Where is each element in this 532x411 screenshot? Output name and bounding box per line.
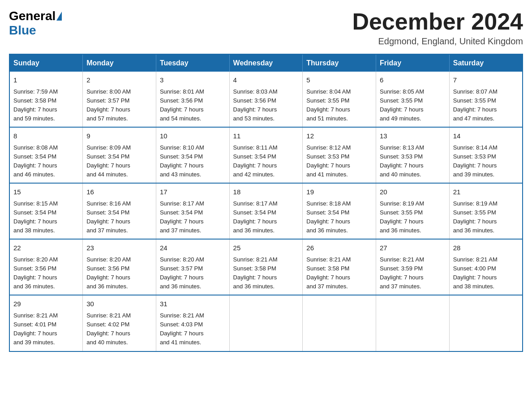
calendar-cell: 31Sunrise: 8:21 AM Sunset: 4:03 PM Dayli… (156, 295, 229, 351)
day-info: Sunrise: 8:00 AM Sunset: 3:57 PM Dayligh… (86, 87, 152, 124)
day-info: Sunrise: 8:05 AM Sunset: 3:55 PM Dayligh… (380, 87, 446, 124)
day-info: Sunrise: 8:08 AM Sunset: 3:54 PM Dayligh… (13, 143, 79, 180)
day-number: 4 (233, 75, 299, 86)
day-number: 14 (453, 131, 519, 141)
page-header: General Blue December 2024 Edgmond, Engl… (9, 9, 523, 47)
calendar-cell: 21Sunrise: 8:19 AM Sunset: 3:55 PM Dayli… (449, 183, 523, 239)
day-number: 5 (306, 75, 372, 86)
calendar-body: 1Sunrise: 7:59 AM Sunset: 3:58 PM Daylig… (9, 72, 523, 351)
day-number: 8 (13, 131, 79, 141)
day-number: 18 (233, 187, 299, 197)
day-number: 3 (160, 75, 226, 86)
calendar-cell: 30Sunrise: 8:21 AM Sunset: 4:02 PM Dayli… (83, 295, 156, 351)
weekday-header-wednesday: Wednesday (229, 54, 303, 72)
day-info: Sunrise: 8:09 AM Sunset: 3:54 PM Dayligh… (86, 143, 152, 180)
day-info: Sunrise: 8:21 AM Sunset: 3:58 PM Dayligh… (306, 255, 372, 291)
day-info: Sunrise: 8:04 AM Sunset: 3:55 PM Dayligh… (306, 87, 372, 124)
calendar-cell (376, 295, 450, 351)
weekday-header-saturday: Saturday (449, 54, 523, 72)
calendar-cell: 15Sunrise: 8:15 AM Sunset: 3:54 PM Dayli… (9, 183, 83, 239)
day-info: Sunrise: 8:20 AM Sunset: 3:56 PM Dayligh… (13, 255, 79, 291)
day-info: Sunrise: 8:21 AM Sunset: 4:03 PM Dayligh… (160, 311, 226, 347)
day-info: Sunrise: 8:13 AM Sunset: 3:53 PM Dayligh… (380, 143, 446, 180)
calendar-cell: 25Sunrise: 8:21 AM Sunset: 3:58 PM Dayli… (229, 239, 303, 295)
calendar-cell: 24Sunrise: 8:20 AM Sunset: 3:57 PM Dayli… (156, 239, 229, 295)
weekday-header-friday: Friday (376, 54, 450, 72)
day-info: Sunrise: 8:19 AM Sunset: 3:55 PM Dayligh… (453, 199, 519, 235)
day-info: Sunrise: 8:21 AM Sunset: 4:01 PM Dayligh… (13, 311, 79, 347)
day-info: Sunrise: 8:11 AM Sunset: 3:54 PM Dayligh… (233, 143, 299, 180)
calendar-cell: 29Sunrise: 8:21 AM Sunset: 4:01 PM Dayli… (9, 295, 83, 351)
day-number: 6 (380, 75, 446, 86)
day-number: 10 (160, 131, 226, 141)
day-info: Sunrise: 8:21 AM Sunset: 3:59 PM Dayligh… (380, 255, 446, 291)
day-info: Sunrise: 8:17 AM Sunset: 3:54 PM Dayligh… (160, 199, 226, 235)
title-block: December 2024 Edgmond, England, United K… (352, 9, 523, 47)
day-number: 2 (86, 75, 152, 86)
weekday-header-thursday: Thursday (303, 54, 376, 72)
calendar-week-row: 15Sunrise: 8:15 AM Sunset: 3:54 PM Dayli… (9, 183, 523, 239)
month-title: December 2024 (352, 9, 523, 34)
calendar-week-row: 22Sunrise: 8:20 AM Sunset: 3:56 PM Dayli… (9, 239, 523, 295)
day-number: 20 (380, 187, 446, 197)
day-info: Sunrise: 8:01 AM Sunset: 3:56 PM Dayligh… (160, 87, 226, 124)
logo-triangle-icon (56, 12, 62, 21)
day-info: Sunrise: 8:20 AM Sunset: 3:56 PM Dayligh… (86, 255, 152, 291)
day-number: 31 (160, 299, 226, 309)
day-number: 16 (86, 187, 152, 197)
weekday-header-tuesday: Tuesday (156, 54, 229, 72)
calendar-cell (449, 295, 523, 351)
calendar-cell: 1Sunrise: 7:59 AM Sunset: 3:58 PM Daylig… (9, 72, 83, 127)
calendar-cell: 20Sunrise: 8:19 AM Sunset: 3:55 PM Dayli… (376, 183, 450, 239)
day-number: 11 (233, 131, 299, 141)
calendar-cell: 10Sunrise: 8:10 AM Sunset: 3:54 PM Dayli… (156, 127, 229, 183)
day-number: 24 (160, 243, 226, 253)
calendar-cell (303, 295, 376, 351)
day-number: 22 (13, 243, 79, 253)
calendar-week-row: 1Sunrise: 7:59 AM Sunset: 3:58 PM Daylig… (9, 72, 523, 127)
day-number: 12 (306, 131, 372, 141)
day-number: 27 (380, 243, 446, 253)
calendar-cell: 14Sunrise: 8:14 AM Sunset: 3:53 PM Dayli… (449, 127, 523, 183)
logo: General Blue (9, 9, 62, 38)
day-info: Sunrise: 8:16 AM Sunset: 3:54 PM Dayligh… (86, 199, 152, 235)
day-info: Sunrise: 8:14 AM Sunset: 3:53 PM Dayligh… (453, 143, 519, 180)
calendar-header: SundayMondayTuesdayWednesdayThursdayFrid… (9, 54, 523, 72)
day-info: Sunrise: 8:15 AM Sunset: 3:54 PM Dayligh… (13, 199, 79, 235)
calendar-table: SundayMondayTuesdayWednesdayThursdayFrid… (9, 54, 523, 351)
calendar-cell: 13Sunrise: 8:13 AM Sunset: 3:53 PM Dayli… (376, 127, 450, 183)
calendar-cell: 7Sunrise: 8:07 AM Sunset: 3:55 PM Daylig… (449, 72, 523, 127)
calendar-cell: 22Sunrise: 8:20 AM Sunset: 3:56 PM Dayli… (9, 239, 83, 295)
day-info: Sunrise: 8:18 AM Sunset: 3:54 PM Dayligh… (306, 199, 372, 235)
calendar-cell: 11Sunrise: 8:11 AM Sunset: 3:54 PM Dayli… (229, 127, 303, 183)
day-info: Sunrise: 8:17 AM Sunset: 3:54 PM Dayligh… (233, 199, 299, 235)
day-info: Sunrise: 8:20 AM Sunset: 3:57 PM Dayligh… (160, 255, 226, 291)
weekday-header-sunday: Sunday (9, 54, 83, 72)
calendar-cell: 19Sunrise: 8:18 AM Sunset: 3:54 PM Dayli… (303, 183, 376, 239)
calendar-cell: 17Sunrise: 8:17 AM Sunset: 3:54 PM Dayli… (156, 183, 229, 239)
calendar-cell: 2Sunrise: 8:00 AM Sunset: 3:57 PM Daylig… (83, 72, 156, 127)
calendar-cell: 12Sunrise: 8:12 AM Sunset: 3:53 PM Dayli… (303, 127, 376, 183)
day-number: 9 (86, 131, 152, 141)
calendar-cell: 23Sunrise: 8:20 AM Sunset: 3:56 PM Dayli… (83, 239, 156, 295)
day-info: Sunrise: 8:12 AM Sunset: 3:53 PM Dayligh… (306, 143, 372, 180)
day-info: Sunrise: 8:19 AM Sunset: 3:55 PM Dayligh… (380, 199, 446, 235)
day-number: 1 (13, 75, 79, 86)
day-number: 13 (380, 131, 446, 141)
calendar-cell: 27Sunrise: 8:21 AM Sunset: 3:59 PM Dayli… (376, 239, 450, 295)
calendar-cell: 6Sunrise: 8:05 AM Sunset: 3:55 PM Daylig… (376, 72, 450, 127)
day-number: 30 (86, 299, 152, 309)
calendar-cell: 9Sunrise: 8:09 AM Sunset: 3:54 PM Daylig… (83, 127, 156, 183)
calendar-cell: 26Sunrise: 8:21 AM Sunset: 3:58 PM Dayli… (303, 239, 376, 295)
weekday-header-row: SundayMondayTuesdayWednesdayThursdayFrid… (9, 54, 523, 72)
day-number: 25 (233, 243, 299, 253)
calendar-cell: 8Sunrise: 8:08 AM Sunset: 3:54 PM Daylig… (9, 127, 83, 183)
calendar-cell: 5Sunrise: 8:04 AM Sunset: 3:55 PM Daylig… (303, 72, 376, 127)
day-number: 26 (306, 243, 372, 253)
day-info: Sunrise: 7:59 AM Sunset: 3:58 PM Dayligh… (13, 87, 79, 124)
day-number: 23 (86, 243, 152, 253)
day-number: 29 (13, 299, 79, 309)
calendar-cell: 28Sunrise: 8:21 AM Sunset: 4:00 PM Dayli… (449, 239, 523, 295)
day-number: 15 (13, 187, 79, 197)
day-info: Sunrise: 8:10 AM Sunset: 3:54 PM Dayligh… (160, 143, 226, 180)
